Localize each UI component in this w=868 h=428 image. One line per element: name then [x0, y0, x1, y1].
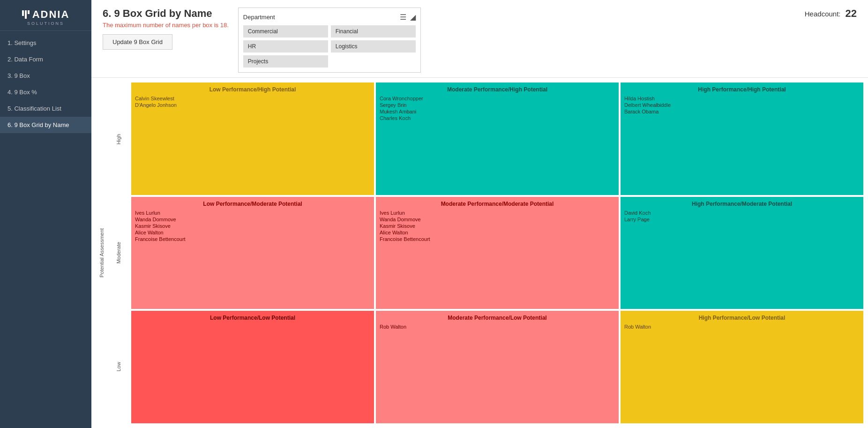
sidebar-item-9box[interactable]: 3. 9 Box — [0, 68, 91, 84]
logo-mark: ADNIA — [22, 8, 70, 21]
box-title-mod-perf-mod-pot: Moderate Performance/Moderate Potential — [380, 201, 615, 207]
dept-icons: ☰ ◢ — [400, 13, 416, 22]
box-person-name: Rob Walton — [624, 324, 860, 330]
header-left: 6. 9 Box Grid by Name The maximum number… — [103, 8, 229, 50]
dept-option-financial[interactable]: Financial — [331, 25, 416, 38]
headcount-area: Headcount: 22 — [805, 8, 857, 20]
box-title-low-perf-low-pot: Low Performance/Low Potential — [135, 315, 370, 321]
headcount-value: 22 — [846, 8, 857, 20]
box-person-name: D'Angelo Jonhson — [135, 102, 370, 108]
box-title-low-perf-mod-pot: Low Performance/Moderate Potential — [135, 201, 370, 207]
box-names-low-perf-high-pot: Calvin SkeewlestD'Angelo Jonhson — [135, 96, 370, 108]
department-filter: Department ☰ ◢ CommercialFinancialHRLogi… — [238, 8, 421, 73]
box-person-name: Rob Walton — [380, 324, 615, 330]
box-title-high-perf-mod-pot: High Performance/Moderate Potential — [624, 201, 860, 207]
sidebar-item-settings[interactable]: 1. Settings — [0, 35, 91, 51]
box-high-perf-low-pot: High Performance/Low PotentialRob Walton — [621, 311, 863, 423]
box-person-name: Francoise Bettencourt — [135, 236, 370, 242]
box-names-mod-perf-low-pot: Rob Walton — [380, 324, 615, 330]
header: 6. 9 Box Grid by Name The maximum number… — [91, 0, 868, 78]
box-low-perf-high-pot: Low Performance/High PotentialCalvin Ske… — [131, 83, 374, 195]
box-person-name: Ives Lurlun — [135, 210, 370, 216]
sidebar-item-9box-pct[interactable]: 4. 9 Box % — [0, 84, 91, 100]
main-content: 6. 9 Box Grid by Name The maximum number… — [91, 0, 868, 428]
logo-area: ADNIA SOLUTIONS — [0, 0, 91, 31]
box-person-name: Wanda Dommove — [380, 217, 615, 222]
row-label-moderate: Moderate — [105, 196, 131, 309]
filter-list-icon[interactable]: ☰ — [400, 13, 406, 22]
dept-option-projects[interactable]: Projects — [243, 55, 328, 68]
dept-header: Department ☰ ◢ — [243, 13, 416, 22]
box-person-name: Francoise Bettencourt — [380, 236, 615, 242]
box-title-mod-perf-low-pot: Moderate Performance/Low Potential — [380, 315, 615, 321]
box-person-name: David Koch — [624, 210, 860, 216]
update-button[interactable]: Update 9 Box Grid — [103, 34, 172, 50]
box-high-perf-high-pot: High Performance/High PotentialHilda Hos… — [621, 83, 863, 195]
dept-option-logistics[interactable]: Logistics — [331, 40, 416, 53]
box-person-name: Kasmir Skisove — [135, 223, 370, 229]
sidebar: ADNIA SOLUTIONS 1. Settings2. Data Form3… — [0, 0, 91, 428]
page-subtitle: The maximum number of names per box is 1… — [103, 22, 229, 29]
box-low-perf-mod-pot: Low Performance/Moderate PotentialIves L… — [131, 197, 374, 309]
grid-container: Potential Assessment HighModerateLow Low… — [91, 78, 868, 428]
box-title-low-perf-high-pot: Low Performance/High Potential — [135, 86, 370, 93]
box-person-name: Mukesh Ambani — [380, 109, 615, 114]
box-names-low-perf-mod-pot: Ives LurlunWanda DommoveKasmir SkisoveAl… — [135, 210, 370, 242]
box-person-name: Charles Koch — [380, 115, 615, 121]
box-names-high-perf-low-pot: Rob Walton — [624, 324, 860, 330]
dept-options: CommercialFinancialHRLogisticsProjects — [243, 25, 416, 68]
row-label-low: Low — [105, 310, 131, 423]
row-label-high: High — [105, 83, 131, 196]
dept-option-commercial[interactable]: Commercial — [243, 25, 328, 38]
box-person-name: Cora Wronchopper — [380, 96, 615, 101]
row-labels-and-grid: HighModerateLow Low Performance/High Pot… — [105, 83, 863, 423]
box-names-high-perf-mod-pot: David KochLarry Page — [624, 210, 860, 222]
box-title-high-perf-high-pot: High Performance/High Potential — [624, 86, 860, 93]
box-high-perf-mod-pot: High Performance/Moderate PotentialDavid… — [621, 197, 863, 309]
sidebar-item-data-form[interactable]: 2. Data Form — [0, 51, 91, 68]
nine-box-grid: Low Performance/High PotentialCalvin Ske… — [131, 83, 863, 423]
box-mod-perf-mod-pot: Moderate Performance/Moderate PotentialI… — [376, 197, 619, 309]
sidebar-item-9box-name[interactable]: 6. 9 Box Grid by Name — [0, 117, 91, 133]
box-person-name: Larry Page — [624, 217, 860, 222]
y-axis-label: Potential Assessment — [96, 83, 105, 423]
box-person-name: Calvin Skeewlest — [135, 96, 370, 101]
box-person-name: Kasmir Skisove — [380, 223, 615, 229]
box-person-name: Barack Obama — [624, 109, 860, 114]
logo-icon — [22, 10, 30, 19]
box-person-name: Delbert Whealbiddle — [624, 102, 860, 108]
box-names-mod-perf-high-pot: Cora WronchopperSergey BrinMukesh Ambani… — [380, 96, 615, 121]
page-title: 6. 9 Box Grid by Name — [103, 8, 229, 20]
box-mod-perf-low-pot: Moderate Performance/Low PotentialRob Wa… — [376, 311, 619, 423]
box-low-perf-low-pot: Low Performance/Low Potential — [131, 311, 374, 423]
dept-option-hr[interactable]: HR — [243, 40, 328, 53]
box-person-name: Wanda Dommove — [135, 217, 370, 222]
dept-title: Department — [243, 14, 275, 21]
box-title-high-perf-low-pot: High Performance/Low Potential — [624, 315, 860, 321]
sidebar-nav: 1. Settings2. Data Form3. 9 Box4. 9 Box … — [0, 31, 91, 133]
box-person-name: Hilda Hostish — [624, 96, 860, 101]
box-person-name: Alice Walton — [135, 230, 370, 235]
box-mod-perf-high-pot: Moderate Performance/High PotentialCora … — [376, 83, 619, 195]
logo-name: ADNIA — [32, 8, 70, 21]
filter-funnel-icon[interactable]: ◢ — [410, 13, 416, 22]
box-names-high-perf-high-pot: Hilda HostishDelbert WhealbiddleBarack O… — [624, 96, 860, 114]
box-title-mod-perf-high-pot: Moderate Performance/High Potential — [380, 86, 615, 93]
box-names-mod-perf-mod-pot: Ives LurlunWanda DommoveKasmir SkisoveAl… — [380, 210, 615, 242]
row-labels: HighModerateLow — [105, 83, 131, 423]
sidebar-item-classification[interactable]: 5. Classification List — [0, 100, 91, 117]
box-person-name: Sergey Brin — [380, 102, 615, 108]
headcount-label: Headcount: — [805, 10, 841, 18]
logo-sub: SOLUTIONS — [27, 21, 64, 26]
box-person-name: Ives Lurlun — [380, 210, 615, 216]
box-person-name: Alice Walton — [380, 230, 615, 235]
